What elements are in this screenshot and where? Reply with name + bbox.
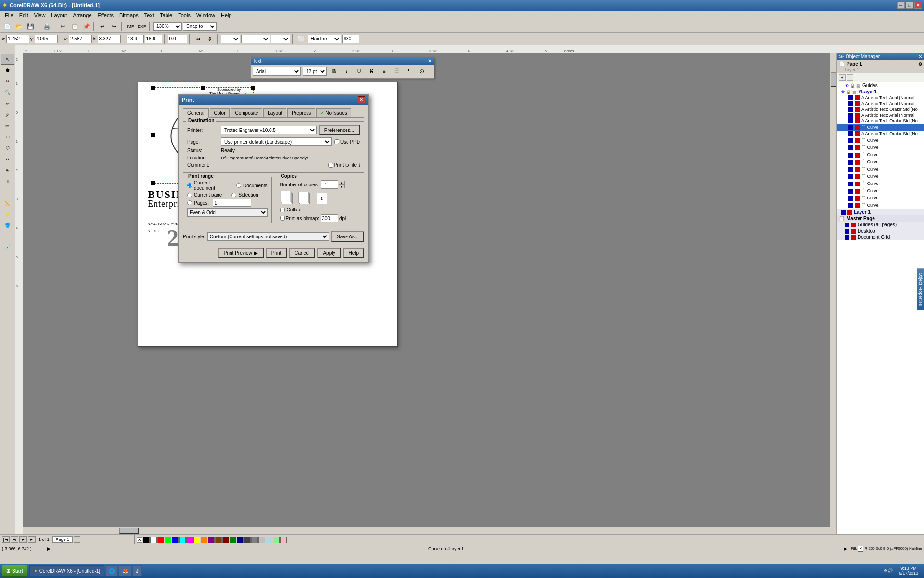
color-swatch-gray1[interactable] [244, 537, 251, 543]
close-btn[interactable]: ✕ [914, 2, 922, 9]
new-btn[interactable]: 📄 [2, 22, 13, 31]
font-dropdown[interactable]: Arial [253, 67, 301, 76]
obj-item-text-1[interactable]: A Artistic Text: Arial (Normal [837, 95, 924, 101]
obj-item-guides[interactable]: 👁 🔒 ▦ Guides [837, 82, 924, 89]
obj-item-curve-9[interactable]: ⌒ Curve [837, 195, 924, 202]
handle-ml[interactable] [151, 133, 155, 137]
mirror-v-btn[interactable]: ⇕ [205, 34, 215, 44]
no-fill-swatch[interactable]: ✕ [137, 537, 142, 543]
selection-radio[interactable] [231, 193, 236, 197]
collate-checkbox[interactable] [280, 208, 285, 212]
cancel-btn[interactable]: Cancel [289, 248, 315, 258]
menu-text[interactable]: Text [141, 12, 157, 19]
taskbar-j[interactable]: J [132, 565, 142, 576]
taskbar-coreldraw[interactable]: ✦ CorelDRAW X6 - [Untitled-1] [29, 565, 104, 576]
start-btn[interactable]: ⊞ Start [2, 565, 27, 577]
copy-btn[interactable]: 📋 [69, 22, 80, 31]
obj-item-text-3[interactable]: A Artistic Text: Orator Std (No [837, 106, 924, 112]
menu-tools[interactable]: Tools [175, 12, 193, 19]
obj-item-curve-5[interactable]: ⌒ Curve [837, 166, 924, 173]
expand-icon[interactable]: ▶ [844, 546, 847, 551]
tab-layout[interactable]: Layout [263, 108, 286, 117]
snap-dropdown[interactable]: Snap to [183, 22, 217, 31]
color-swatch-cyan[interactable] [179, 537, 186, 543]
handle-tl[interactable] [151, 86, 155, 90]
print-bitmap-checkbox[interactable] [280, 216, 285, 221]
export-btn[interactable]: EXP [137, 22, 147, 31]
zoom-dropdown[interactable]: 130% [153, 22, 182, 31]
polygon-tool[interactable]: ⬡ [1, 143, 14, 153]
obj-properties-tab[interactable]: Object Properties [917, 268, 924, 310]
use-ppd-checkbox[interactable] [334, 139, 339, 144]
current-page-radio[interactable] [187, 193, 192, 197]
menu-layout[interactable]: Layout [48, 12, 70, 19]
save-btn[interactable]: 💾 [25, 22, 36, 31]
printer-dropdown[interactable]: Trotec Engraver v10.0.5 [221, 126, 317, 134]
dpi-input[interactable] [321, 214, 338, 222]
copies-up-btn[interactable]: ▲ [339, 181, 345, 184]
print-btn[interactable]: Print [266, 248, 287, 258]
print-to-file-info[interactable]: ℹ [359, 163, 360, 168]
menu-effects[interactable]: Effects [95, 12, 116, 19]
open-btn[interactable]: 📂 [13, 22, 24, 31]
rect-tool[interactable]: ▭ [1, 120, 14, 131]
text-tool[interactable]: A [1, 154, 14, 164]
obj-item-text-2[interactable]: A Artistic Text: Arial (Normal [837, 101, 924, 106]
taskbar-chrome[interactable]: 🌐 [105, 565, 118, 576]
y-input[interactable] [35, 35, 58, 43]
color-swatch-white[interactable] [150, 537, 157, 543]
menu-bitmaps[interactable]: Bitmaps [116, 12, 141, 19]
print-dialog-close-btn[interactable]: ✕ [358, 96, 365, 103]
handle-tm[interactable] [201, 86, 205, 90]
align-btn[interactable]: ≡ [379, 66, 389, 76]
angle2-input[interactable] [145, 35, 162, 43]
minimize-btn[interactable]: ─ [897, 2, 905, 9]
pages-radio[interactable] [187, 200, 192, 205]
print-style-dropdown[interactable]: Custom (Current settings not saved) [207, 232, 329, 241]
restore-btn[interactable]: □ [906, 2, 913, 9]
obj-item-text-6[interactable]: A Artistic Text: Orator Std (No [837, 131, 924, 137]
clock[interactable]: 9:13 PM 6/17/2013 [895, 566, 922, 576]
angle-input[interactable] [127, 35, 144, 43]
color-swatch-darkgreen[interactable] [230, 537, 236, 543]
freehand-tool[interactable]: ✏ [1, 98, 14, 109]
circle-btn[interactable]: ⊙ [416, 66, 427, 76]
obj-item-desktop[interactable]: Desktop [837, 228, 924, 234]
menu-edit[interactable]: Edit [16, 12, 31, 19]
current-doc-radio[interactable] [187, 183, 192, 188]
line-type-dropdown[interactable]: Hairline [308, 35, 341, 43]
obj-item-text-5[interactable]: A Artistic Text: Orator Std (No [837, 118, 924, 124]
obj-item-curve-7[interactable]: ⌒ Curve [837, 180, 924, 187]
menu-view[interactable]: View [31, 12, 49, 19]
handle-bl[interactable] [151, 181, 155, 185]
obj-item-master-page[interactable]: 📋 Master Page [837, 215, 924, 222]
interactive-tool[interactable]: ⚡ [1, 209, 14, 220]
color-swatch-darkred[interactable] [222, 537, 229, 543]
obj-item-curve-2[interactable]: ⌒ Curve [837, 144, 924, 151]
page-prev-btn[interactable]: ◄ [11, 536, 18, 543]
italic-btn[interactable]: I [341, 66, 352, 76]
window-controls[interactable]: ─ □ ✕ [897, 2, 922, 9]
expand-arrow[interactable]: ▶ [47, 546, 51, 551]
import-btn[interactable]: IMP [125, 22, 136, 31]
line-size-input[interactable] [342, 35, 359, 43]
arrow-dropdown[interactable] [271, 35, 290, 43]
color-swatch-lightblue[interactable] [266, 537, 272, 543]
layer-del-btn[interactable]: - [847, 74, 853, 81]
color-swatch-brown[interactable] [215, 537, 222, 543]
ellipse-tool[interactable]: ⬭ [1, 131, 14, 142]
obj-item-curve-3[interactable]: ⌒ Curve [837, 151, 924, 158]
select-tool[interactable]: ↖ [1, 54, 14, 65]
obj-manager-close[interactable]: ✕ [918, 54, 922, 59]
crop-tool[interactable]: ✂ [1, 76, 14, 87]
obj-item-text-4[interactable]: A Artistic Text: Arial (Normal [837, 112, 924, 118]
obj-manager-options[interactable]: ⚙ [918, 62, 922, 66]
zoom-tool[interactable]: 🔍 [1, 87, 14, 98]
obj-item-layer1-footer[interactable]: Layer 1 [837, 209, 924, 215]
print-to-file-checkbox[interactable] [328, 163, 333, 168]
obj-item-curve-1[interactable]: ⌒ Curve [837, 137, 924, 144]
underline-btn[interactable]: U [354, 66, 364, 76]
color-swatch-magenta[interactable] [186, 537, 193, 543]
pages-input[interactable] [213, 199, 251, 207]
vscroll-thumb[interactable] [831, 72, 836, 87]
